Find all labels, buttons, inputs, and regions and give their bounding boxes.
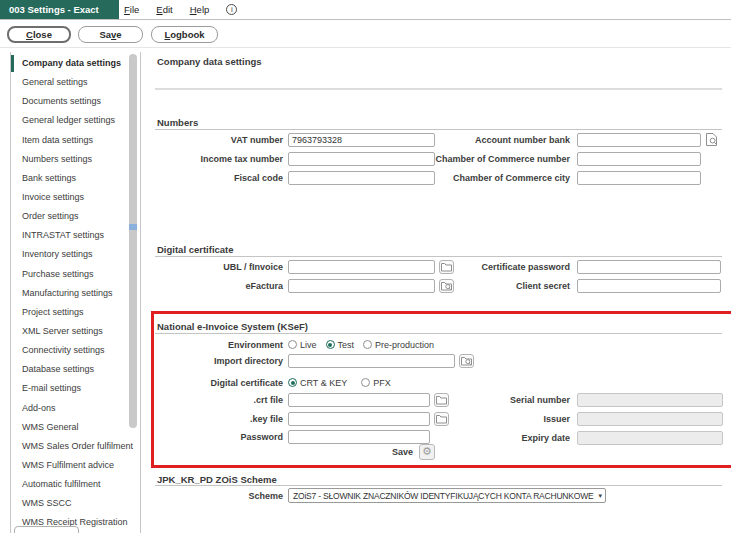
sidebar-item-item-data-settings[interactable]: Item data settings <box>11 131 128 150</box>
client-secret-row: Client secret <box>400 278 721 293</box>
radio-circle-test <box>326 340 335 349</box>
radio-pfx[interactable]: PFX <box>361 378 391 388</box>
radio-crt-key[interactable]: CRT & KEY <box>288 378 347 388</box>
issuer-label: Issuer <box>400 414 570 424</box>
import-directory-input[interactable] <box>288 354 455 368</box>
ksef-save-row: Save ⚙ <box>155 443 435 460</box>
sidebar-item-wms-sscc[interactable]: WMS SSCC <box>11 494 128 513</box>
save-button-rest: e <box>116 29 121 40</box>
sidebar-item-connectivity-settings[interactable]: Connectivity settings <box>11 341 128 360</box>
radio-label-test: Test <box>338 340 355 350</box>
coc-number-input[interactable] <box>577 152 701 166</box>
ksef-section-rule <box>155 333 722 334</box>
efactura-label: eFactura <box>155 281 283 291</box>
sidebar-list: Company data settings General settings D… <box>11 54 128 533</box>
sidebar-item-automatic-fulfilment[interactable]: Automatic fulfilment <box>11 475 128 494</box>
sidebar-item-numbers-settings[interactable]: Numbers settings <box>11 150 128 169</box>
info-icon[interactable]: i <box>226 4 237 15</box>
expiry-date-input <box>577 431 723 445</box>
title-bar: 003 Settings - Exact File Edit Help i <box>0 0 731 20</box>
sidebar-item-add-ons[interactable]: Add-ons <box>11 399 128 418</box>
logbook-button[interactable]: Logbook <box>151 26 218 43</box>
numbers-section-rule <box>155 129 722 130</box>
sidebar-item-order-settings[interactable]: Order settings <box>11 207 128 226</box>
close-button-key: C <box>26 29 33 40</box>
radio-label-pfx: PFX <box>373 378 391 388</box>
menu-edit[interactable]: Edit <box>156 4 172 15</box>
settings-window: 003 Settings - Exact File Edit Help i Cl… <box>0 0 731 533</box>
radio-label-crt-key: CRT & KEY <box>300 378 347 388</box>
partial-bottom-control[interactable] <box>14 526 79 533</box>
close-button[interactable]: Close <box>7 26 71 43</box>
sidebar-item-wms-sales-order-fulfilment[interactable]: WMS Sales Order fulfilment <box>11 437 128 456</box>
sidebar-item-manufacturing-settings[interactable]: Manufacturing settings <box>11 284 128 303</box>
income-tax-row: Income tax number <box>155 151 435 166</box>
ksef-password-label: Password <box>155 432 283 442</box>
coc-city-input[interactable] <box>577 171 701 185</box>
ubl-finvoice-label: UBL / fInvoice <box>155 262 283 272</box>
certificate-type-radio-group: CRT & KEY PFX <box>288 378 391 388</box>
certificate-type-label: Digital certificate <box>155 378 283 388</box>
certificate-password-row: Certificate password <box>400 259 721 274</box>
coc-number-row: Chamber of Commerce number <box>400 151 701 166</box>
expiry-date-row: Expiry date <box>400 430 723 445</box>
coc-city-row: Chamber of Commerce city <box>400 170 701 185</box>
key-file-label: .key file <box>155 414 283 424</box>
save-button[interactable]: Save <box>78 26 143 43</box>
issuer-row: Issuer <box>400 411 723 426</box>
sidebar-item-xml-server-settings[interactable]: XML Server settings <box>11 322 128 341</box>
certificate-password-label: Certificate password <box>400 262 570 272</box>
sidebar-item-company-data-settings[interactable]: Company data settings <box>11 54 128 73</box>
sidebar-item-general-settings[interactable]: General settings <box>11 73 128 92</box>
ksef-save-button[interactable]: ⚙ <box>419 444 435 460</box>
serial-number-row: Serial number <box>400 392 723 407</box>
environment-label: Environment <box>155 340 283 350</box>
radio-circle-crt-key <box>288 378 297 387</box>
scheme-label: Scheme <box>155 491 283 501</box>
sidebar-item-general-ledger-settings[interactable]: General ledger settings <box>11 111 128 130</box>
sidebar-item-wms-general[interactable]: WMS General <box>11 418 128 437</box>
sidebar-item-purchase-settings[interactable]: Purchase settings <box>11 265 128 284</box>
serial-number-input <box>577 393 723 407</box>
account-bank-input[interactable] <box>577 133 701 147</box>
import-directory-row: Import directory <box>155 353 474 368</box>
environment-row: Environment Live Test Pre-production <box>155 337 434 352</box>
sidebar-scrollbar[interactable] <box>129 54 137 428</box>
sidebar-item-database-settings[interactable]: Database settings <box>11 360 128 379</box>
sidebar-item-inventory-settings[interactable]: Inventory settings <box>11 245 128 264</box>
radio-circle-live <box>288 340 297 349</box>
sidebar-item-project-settings[interactable]: Project settings <box>11 303 128 322</box>
settings-sidebar: Company data settings General settings D… <box>10 52 141 533</box>
sidebar-item-documents-settings[interactable]: Documents settings <box>11 92 128 111</box>
sidebar-item-email-settings[interactable]: E-mail settings <box>11 379 128 398</box>
radio-circle-pre-production <box>363 340 372 349</box>
jpk-section-rule <box>155 485 722 486</box>
import-directory-folder-search-button[interactable] <box>459 354 474 368</box>
ksef-section-title: National e-Invoice System (KSeF) <box>157 321 308 332</box>
menu-help-key: H <box>190 4 197 15</box>
toolbar-divider <box>0 47 731 48</box>
sidebar-item-intrastat-settings[interactable]: INTRASTAT settings <box>11 226 128 245</box>
document-search-icon <box>705 133 718 146</box>
scheme-selected-value: ZOiS7 - SŁOWNIK ZNACZNIKÓW IDENTYFIKUJĄC… <box>293 491 596 501</box>
radio-environment-pre-production[interactable]: Pre-production <box>363 340 434 350</box>
menu-file[interactable]: File <box>124 4 139 15</box>
radio-environment-test[interactable]: Test <box>326 340 355 350</box>
chevron-down-icon: ▾ <box>598 492 602 500</box>
account-bank-row: Account number bank <box>400 132 718 147</box>
menu-edit-rest: dit <box>163 4 173 15</box>
serial-number-label: Serial number <box>400 395 570 405</box>
radio-circle-pfx <box>361 378 370 387</box>
coc-city-label: Chamber of Commerce city <box>400 173 570 183</box>
sidebar-item-bank-settings[interactable]: Bank settings <box>11 169 128 188</box>
menu-help[interactable]: Help <box>190 4 210 15</box>
sidebar-item-wms-fulfilment-advice[interactable]: WMS Fulfilment advice <box>11 456 128 475</box>
certificate-type-row: Digital certificate CRT & KEY PFX <box>155 375 391 390</box>
sidebar-item-invoice-settings[interactable]: Invoice settings <box>11 188 128 207</box>
page-title: Company data settings <box>157 56 262 67</box>
account-bank-browse-button[interactable] <box>705 133 718 146</box>
radio-environment-live[interactable]: Live <box>288 340 317 350</box>
certificate-password-input[interactable] <box>577 260 721 274</box>
client-secret-input[interactable] <box>577 279 721 293</box>
scheme-select[interactable]: ZOiS7 - SŁOWNIK ZNACZNIKÓW IDENTYFIKUJĄC… <box>288 488 606 503</box>
